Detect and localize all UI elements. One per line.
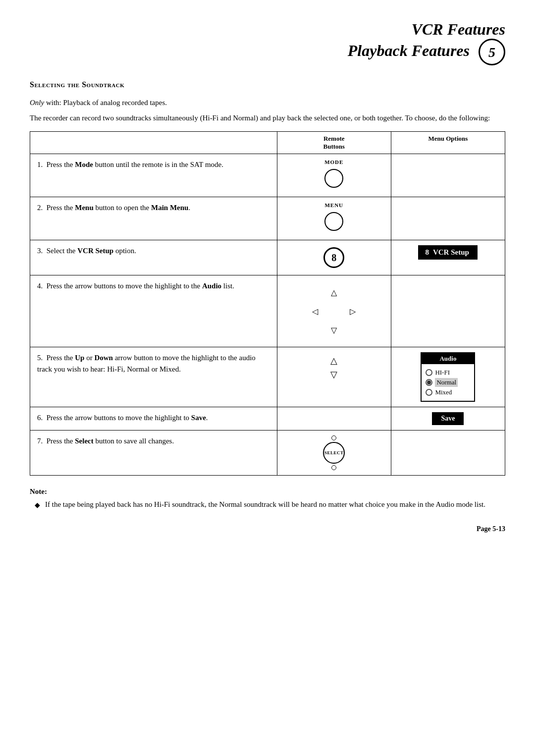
- audio-panel: Audio HI-FI Normal: [421, 352, 475, 402]
- step-3-menu: 8VCR Setup: [391, 240, 505, 275]
- step-5-text: 5. Press the Up or Down arrow button to …: [30, 347, 277, 407]
- note-item: ◆ If the tape being played back has no H…: [35, 499, 505, 510]
- page-title: VCR Features Playback Features 5: [348, 20, 505, 59]
- note-text: If the tape being played back has no Hi-…: [45, 499, 485, 510]
- audio-panel-header: Audio: [422, 353, 474, 364]
- section-heading: Selecting the Soundtrack: [30, 80, 505, 89]
- table-row: 3. Select the VCR Setup option. 8 8VCR S…: [30, 240, 505, 275]
- step-5-remote: △ ▽: [277, 347, 391, 407]
- step-2-menu: [391, 197, 505, 240]
- table-row: 2. Press the Menu button to open the Mai…: [30, 197, 505, 240]
- up-arrow-icon: △: [330, 355, 337, 366]
- audio-option-hifi: HI-FI: [426, 369, 470, 377]
- select-button-icon: SELECT: [284, 435, 384, 470]
- radio-normal-icon: [426, 379, 432, 386]
- step-2-remote: MENU: [277, 197, 391, 240]
- step-7-remote: SELECT: [277, 431, 391, 476]
- table-row: 1. Press the Mode button until the remot…: [30, 154, 505, 197]
- dpad-down-icon: ▽: [325, 321, 343, 339]
- step-6-text: 6. Press the arrow buttons to move the h…: [30, 407, 277, 431]
- table-row: 7. Press the Select button to save all c…: [30, 431, 505, 476]
- step-3-text: 3. Select the VCR Setup option.: [30, 240, 277, 275]
- dpad-right-icon: ▷: [344, 302, 362, 320]
- step-4-remote: △ ◁ ▷ ▽: [277, 275, 391, 347]
- directional-pad-icon: △ ◁ ▷ ▽: [306, 283, 362, 339]
- table-header-row: RemoteButtons Menu Options: [30, 132, 505, 154]
- audio-option-mixed: Mixed: [426, 388, 470, 396]
- dpad-up-icon: △: [325, 283, 343, 301]
- radio-hifi-icon: [426, 369, 432, 376]
- step-2-text: 2. Press the Menu button to open the Mai…: [30, 197, 277, 240]
- table-row: 5. Press the Up or Down arrow button to …: [30, 347, 505, 407]
- col-steps-header: [30, 132, 277, 154]
- select-main-circle-icon: SELECT: [323, 442, 345, 464]
- step-5-menu: Audio HI-FI Normal: [391, 347, 505, 407]
- table-row: 4. Press the arrow buttons to move the h…: [30, 275, 505, 347]
- note-section: Note: ◆ If the tape being played back ha…: [30, 487, 505, 510]
- step-6-menu: Save: [391, 407, 505, 431]
- instruction-table: RemoteButtons Menu Options 1. Press the …: [30, 131, 505, 476]
- save-menu-option: Save: [432, 412, 464, 425]
- number-8-button-icon: 8: [323, 247, 344, 268]
- select-bottom-dot-icon: [331, 465, 336, 470]
- intro-paragraph-1: Only with: Playback of analog recorded t…: [30, 97, 505, 108]
- menu-button-icon: [324, 212, 343, 231]
- radio-mixed-icon: [426, 389, 432, 396]
- chapter-badge: 5: [479, 39, 505, 65]
- step-4-menu: [391, 275, 505, 347]
- step-1-menu: [391, 154, 505, 197]
- select-top-dot-icon: [331, 435, 336, 440]
- page-header: VCR Features Playback Features 5: [30, 20, 505, 65]
- intro-paragraph-2: The recorder can record two soundtracks …: [30, 112, 505, 124]
- note-label: Note:: [30, 487, 505, 496]
- step-3-remote: 8: [277, 240, 391, 275]
- up-down-arrows-icon: △ ▽: [284, 355, 384, 380]
- dpad-left-icon: ◁: [306, 302, 324, 320]
- step-7-text: 7. Press the Select button to save all c…: [30, 431, 277, 476]
- col-remote-header: RemoteButtons: [277, 132, 391, 154]
- page-number: Page 5-13: [30, 525, 505, 533]
- step-1-remote: MODE: [277, 154, 391, 197]
- vcr-setup-menu-option: 8VCR Setup: [418, 245, 478, 260]
- step-7-menu: [391, 431, 505, 476]
- mode-button-icon: [324, 169, 343, 188]
- audio-option-normal: Normal: [426, 378, 470, 387]
- table-row: 6. Press the arrow buttons to move the h…: [30, 407, 505, 431]
- step-1-text: 1. Press the Mode button until the remot…: [30, 154, 277, 197]
- down-arrow-icon: ▽: [330, 369, 337, 380]
- col-menu-header: Menu Options: [391, 132, 505, 154]
- step-4-text: 4. Press the arrow buttons to move the h…: [30, 275, 277, 347]
- diamond-icon: ◆: [35, 500, 40, 510]
- step-6-remote: [277, 407, 391, 431]
